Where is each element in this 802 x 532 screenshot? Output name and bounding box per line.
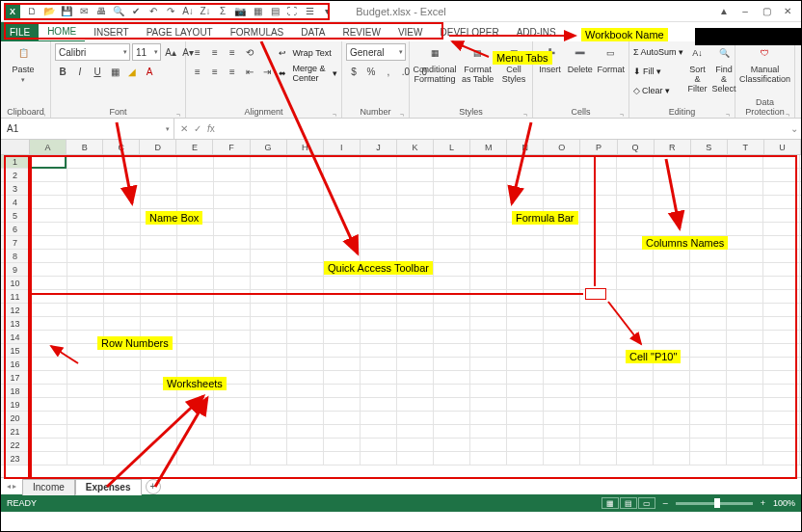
row-cells[interactable] bbox=[30, 385, 801, 398]
col-header-I[interactable]: I bbox=[324, 140, 361, 154]
align-bottom-icon[interactable]: ≡ bbox=[225, 44, 240, 60]
col-header-L[interactable]: L bbox=[434, 140, 470, 154]
tab-add-ins[interactable]: ADD-INS bbox=[508, 22, 565, 41]
row-header-16[interactable]: 16 bbox=[1, 358, 30, 371]
fill-button[interactable]: ⬇ Fill ▾ bbox=[633, 63, 683, 80]
zoom-slider[interactable] bbox=[676, 502, 753, 505]
row-header-7[interactable]: 7 bbox=[1, 236, 30, 250]
row-header-19[interactable]: 19 bbox=[1, 398, 30, 412]
select-all-corner[interactable] bbox=[1, 140, 30, 154]
col-header-K[interactable]: K bbox=[397, 140, 434, 154]
sheet-nav-next-icon[interactable]: ▸ bbox=[13, 482, 16, 491]
delete-cells-button[interactable]: ➖Delete bbox=[567, 43, 593, 75]
tab-insert[interactable]: INSERT bbox=[85, 22, 138, 41]
row-header-5[interactable]: 5 bbox=[1, 209, 30, 223]
row-header-15[interactable]: 15 bbox=[1, 344, 30, 358]
col-header-B[interactable]: B bbox=[67, 140, 103, 154]
percent-icon[interactable]: % bbox=[363, 64, 379, 79]
row-cells[interactable] bbox=[30, 155, 801, 169]
underline-button[interactable]: U bbox=[90, 64, 105, 79]
row-cells[interactable] bbox=[30, 223, 801, 236]
sheet-nav-prev-icon[interactable]: ◂ bbox=[7, 482, 11, 491]
merge-center-button[interactable]: ⬌ Merge & Center ▾ bbox=[279, 65, 337, 82]
fx-enter-icon[interactable]: ✓ bbox=[194, 123, 201, 134]
row-header-20[interactable]: 20 bbox=[1, 412, 30, 425]
bold-button[interactable]: B bbox=[55, 64, 70, 79]
comma-icon[interactable]: , bbox=[381, 64, 396, 79]
sheet-tab-expenses[interactable]: Expenses bbox=[75, 479, 142, 495]
col-header-U[interactable]: U bbox=[764, 140, 801, 154]
formula-bar-expand-icon[interactable]: ⌄ bbox=[788, 123, 801, 134]
fx-cancel-icon[interactable]: ✕ bbox=[180, 123, 188, 134]
formula-bar-input[interactable] bbox=[221, 119, 788, 139]
row-cells[interactable] bbox=[30, 196, 801, 209]
autosum-button[interactable]: Σ AutoSum ▾ bbox=[633, 43, 683, 61]
align-left-icon[interactable]: ≡ bbox=[190, 64, 205, 79]
manual-classification-button[interactable]: 🛡Manual Classification bbox=[739, 43, 790, 85]
qat-mail-icon[interactable]: ✉ bbox=[76, 4, 92, 19]
fx-icon[interactable]: fx bbox=[207, 123, 215, 134]
italic-button[interactable]: I bbox=[72, 64, 88, 79]
border-button[interactable]: ▦ bbox=[107, 64, 122, 79]
zoom-out-icon[interactable]: – bbox=[663, 498, 668, 508]
qat-more-icon[interactable]: ▾ bbox=[319, 4, 334, 19]
row-cells[interactable] bbox=[30, 317, 801, 331]
orientation-icon[interactable]: ⟲ bbox=[242, 44, 257, 60]
align-middle-icon[interactable]: ≡ bbox=[207, 44, 223, 60]
qat-touch-icon[interactable]: ☰ bbox=[302, 4, 317, 19]
tab-page-layout[interactable]: PAGE LAYOUT bbox=[138, 22, 222, 41]
font-name-combo[interactable]: Calibri bbox=[55, 43, 130, 61]
col-header-F[interactable]: F bbox=[213, 140, 250, 154]
row-header-18[interactable]: 18 bbox=[1, 385, 30, 398]
col-header-O[interactable]: O bbox=[544, 140, 580, 154]
clear-button[interactable]: ◇ Clear ▾ bbox=[633, 82, 683, 99]
col-header-Q[interactable]: Q bbox=[618, 140, 655, 154]
col-header-C[interactable]: C bbox=[103, 140, 140, 154]
indent-dec-icon[interactable]: ⇤ bbox=[242, 64, 257, 79]
sort-filter-button[interactable]: A↓Sort & Filter bbox=[687, 43, 708, 94]
qat-sum-icon[interactable]: Σ bbox=[215, 4, 230, 19]
window-min-icon[interactable]: – bbox=[735, 5, 755, 18]
col-header-N[interactable]: N bbox=[507, 140, 544, 154]
row-cells[interactable] bbox=[30, 182, 801, 196]
qat-save-icon[interactable]: 💾 bbox=[59, 4, 74, 19]
row-header-9[interactable]: 9 bbox=[1, 263, 30, 277]
col-header-P[interactable]: P bbox=[580, 140, 617, 154]
row-cells[interactable] bbox=[30, 398, 801, 412]
col-header-D[interactable]: D bbox=[140, 140, 176, 154]
col-header-S[interactable]: S bbox=[691, 140, 728, 154]
tab-developer[interactable]: DEVELOPER bbox=[431, 22, 507, 41]
add-sheet-button[interactable]: + bbox=[146, 479, 161, 494]
number-format-combo[interactable]: General bbox=[346, 43, 406, 61]
row-header-8[interactable]: 8 bbox=[1, 250, 30, 263]
wrap-text-button[interactable]: ↩ Wrap Text bbox=[279, 44, 337, 62]
ribbon-collapse-icon[interactable]: ▲ bbox=[714, 5, 734, 18]
window-close-icon[interactable]: ✕ bbox=[778, 5, 797, 18]
row-header-12[interactable]: 12 bbox=[1, 304, 30, 317]
font-size-combo[interactable]: 11 bbox=[132, 43, 161, 61]
row-cells[interactable] bbox=[30, 358, 801, 371]
qat-camera-icon[interactable]: 📷 bbox=[232, 4, 248, 19]
qat-redo-icon[interactable]: ↷ bbox=[163, 4, 178, 19]
view-break-icon[interactable]: ▭ bbox=[638, 497, 655, 509]
fill-color-button[interactable]: ◢ bbox=[124, 64, 140, 79]
name-box[interactable]: A1 bbox=[1, 119, 174, 139]
format-as-table-button[interactable]: ▤Format as Table bbox=[460, 43, 495, 85]
view-normal-icon[interactable]: ▦ bbox=[602, 497, 619, 509]
grow-font-icon[interactable]: A▴ bbox=[163, 44, 178, 60]
col-header-J[interactable]: J bbox=[361, 140, 397, 154]
tab-review[interactable]: REVIEW bbox=[334, 22, 388, 41]
sheet-tab-income[interactable]: Income bbox=[22, 479, 75, 495]
row-header-13[interactable]: 13 bbox=[1, 317, 30, 331]
tab-data[interactable]: DATA bbox=[292, 22, 334, 41]
row-header-3[interactable]: 3 bbox=[1, 182, 30, 196]
align-top-icon[interactable]: ≡ bbox=[190, 44, 205, 60]
row-header-4[interactable]: 4 bbox=[1, 196, 30, 209]
tab-formulas[interactable]: FORMULAS bbox=[222, 22, 293, 41]
row-cells[interactable] bbox=[30, 412, 801, 425]
col-header-A[interactable]: A bbox=[30, 140, 67, 154]
row-cells[interactable] bbox=[30, 169, 801, 182]
col-header-E[interactable]: E bbox=[176, 140, 213, 154]
qat-sortdesc-icon[interactable]: Z↓ bbox=[198, 4, 213, 19]
view-layout-icon[interactable]: ▤ bbox=[620, 497, 637, 509]
